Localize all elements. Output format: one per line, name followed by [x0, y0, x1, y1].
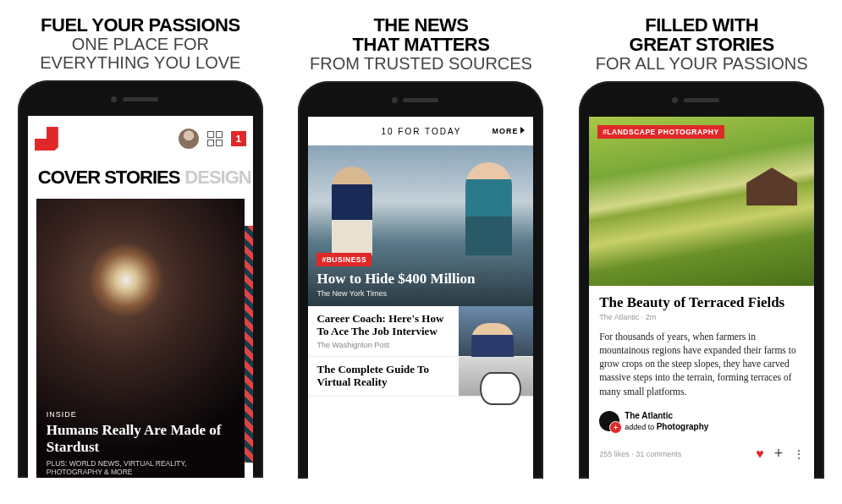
list-item[interactable]: The Complete Guide To Virtual Reality [308, 357, 533, 397]
article-title: Humans Really Are Made of Stardust [47, 422, 234, 456]
feature-source: The New York Times [316, 289, 525, 298]
article-title: The Beauty of Terraced Fields [599, 294, 804, 311]
header-title: 10 FOR TODAY [316, 127, 492, 136]
heart-icon[interactable]: ♥ [756, 446, 764, 462]
topic-tag[interactable]: #LANDSCAPE PHOTOGRAPHY [597, 125, 724, 139]
promo-column-1: FUEL YOUR PASSIONS ONE PLACE FOR EVERYTH… [14, 15, 267, 504]
stats: 255 likes · 31 comments [599, 450, 681, 458]
notification-badge[interactable]: 1 [231, 131, 246, 146]
promo-column-3: FILLED WITH GREAT STORIES FOR ALL YOUR P… [575, 15, 828, 504]
more-icon[interactable]: ⋮ [793, 447, 804, 461]
section-tabs[interactable]: COVER STORIESDESIGN TECH [28, 162, 253, 195]
headline-3: FILLED WITH GREAT STORIES FOR ALL YOUR P… [596, 15, 808, 73]
avatar[interactable] [179, 129, 199, 149]
row-source: The Washignton Post [316, 341, 450, 349]
list-item[interactable]: Career Coach: Here's How To Ace The Job … [308, 306, 533, 357]
headline-1: FUEL YOUR PASSIONS ONE PLACE FOR EVERYTH… [40, 15, 240, 72]
tab-design[interactable]: DESIGN TECH [184, 167, 252, 188]
phone-frame-3: #LANDSCAPE PHOTOGRAPHY The Beauty of Ter… [579, 81, 824, 479]
topic-tag[interactable]: #BUSINESS [316, 253, 371, 266]
hero-image[interactable]: #LANDSCAPE PHOTOGRAPHY [589, 117, 814, 286]
cover-article[interactable]: INSIDE Humans Really Are Made of Stardus… [36, 199, 245, 478]
promo-column-2: THE NEWS THAT MATTERS FROM TRUSTED SOURC… [294, 15, 548, 504]
feature-title: How to Hide $400 Million [316, 271, 525, 288]
article-body: The Beauty of Terraced Fields The Atlant… [589, 286, 814, 441]
header-bar: 10 FOR TODAY MORE [308, 117, 533, 145]
add-icon[interactable]: + [774, 445, 784, 463]
row-title: Career Coach: Here's How To Ace The Job … [316, 313, 450, 338]
screen-1: 1 COVER STORIESDESIGN TECH INSIDE Humans… [28, 116, 253, 478]
row-title: The Complete Guide To Virtual Reality [316, 364, 450, 389]
flipboard-logo-icon[interactable] [35, 127, 58, 151]
article-meta: The Atlantic · 2m [599, 313, 804, 321]
more-link[interactable]: MORE [492, 127, 525, 135]
feature-article[interactable]: #BUSINESS How to Hide $400 Million The N… [308, 145, 533, 306]
author-text: The Atlantic added to Photography [625, 410, 708, 433]
article-kicker: INSIDE [47, 410, 234, 419]
row-thumbnail [459, 357, 533, 396]
author-avatar[interactable] [599, 411, 619, 431]
screen-2: 10 FOR TODAY MORE #BUSINESS How to Hide … [308, 117, 533, 479]
row-thumbnail [459, 306, 533, 356]
phone-frame-1: 1 COVER STORIESDESIGN TECH INSIDE Humans… [18, 80, 263, 478]
top-bar: 1 [28, 116, 253, 162]
article-excerpt: For thousands of years, when farmers in … [599, 330, 804, 397]
tab-cover-stories[interactable]: COVER STORIES [38, 167, 180, 188]
screen-3: #LANDSCAPE PHOTOGRAPHY The Beauty of Ter… [589, 117, 814, 479]
grid-icon[interactable] [207, 131, 223, 146]
chevron-right-icon [520, 127, 525, 134]
author-card[interactable]: The Atlantic added to Photography [599, 410, 804, 433]
article-footer: 255 likes · 31 comments ♥ + ⋮ [589, 441, 814, 466]
article-subtitle: PLUS: WORLD NEWS, VIRTUAL REALITY, PHOTO… [47, 459, 234, 476]
phone-frame-2: 10 FOR TODAY MORE #BUSINESS How to Hide … [298, 81, 543, 479]
headline-2: THE NEWS THAT MATTERS FROM TRUSTED SOURC… [310, 15, 532, 73]
